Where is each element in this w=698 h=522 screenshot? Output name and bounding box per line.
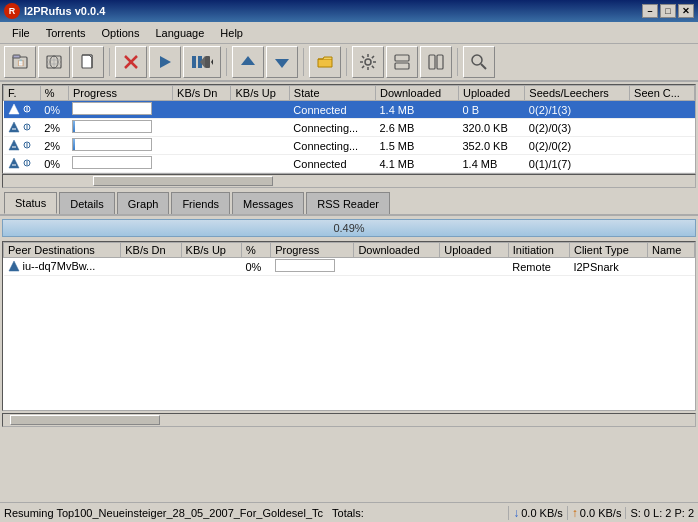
col-header-percent[interactable]: % xyxy=(40,86,68,101)
menu-language[interactable]: Language xyxy=(147,25,212,41)
col-header-seenc[interactable]: Seen C... xyxy=(630,86,695,101)
svg-line-28 xyxy=(481,64,486,69)
peer-col-kbup[interactable]: KB/s Up xyxy=(181,243,241,258)
minimize-button[interactable]: – xyxy=(642,4,658,18)
torrent-row[interactable]: 0% Connected 1.4 MB 0 B 0(2)/1(3) xyxy=(4,101,695,119)
torrent-icon xyxy=(8,121,20,133)
tab-details[interactable]: Details xyxy=(59,192,115,214)
torrent-row[interactable]: 2% Connecting... 1.5 MB 352.0 KB 0(2)/0(… xyxy=(4,137,695,155)
layout-full-btn[interactable] xyxy=(420,46,452,78)
tab-rss-reader[interactable]: RSS Reader xyxy=(306,192,390,214)
peer-col-downloaded[interactable]: Downloaded xyxy=(354,243,440,258)
peer-col-percent[interactable]: % xyxy=(241,243,270,258)
torrent-cell-percent: 0% xyxy=(40,101,68,119)
torrent-icon xyxy=(8,139,20,151)
toolbar-separator-1 xyxy=(109,48,110,76)
layout-split-btn[interactable] xyxy=(386,46,418,78)
torrent-cell-uploaded: 0 B xyxy=(459,101,525,119)
torrent-cell-icon xyxy=(4,155,41,173)
svg-marker-19 xyxy=(211,59,213,65)
svg-rect-25 xyxy=(429,55,435,69)
torrent-table-hscroll[interactable] xyxy=(2,174,696,188)
torrent-cell-seenc xyxy=(630,119,695,137)
torrent-row[interactable]: 2% Connecting... 2.6 MB 320.0 KB 0(2)/0(… xyxy=(4,119,695,137)
col-header-progress[interactable]: Progress xyxy=(68,86,172,101)
title-bar: R I2PRufus v0.0.4 – □ ✕ xyxy=(0,0,698,22)
peer-cell-name xyxy=(648,258,695,276)
upload-arrow-icon: ↑ xyxy=(572,506,578,520)
move-down-btn[interactable] xyxy=(266,46,298,78)
svg-marker-41 xyxy=(9,158,19,168)
open-url-btn[interactable] xyxy=(38,46,70,78)
peer-col-clienttype[interactable]: Client Type xyxy=(569,243,647,258)
settings-btn[interactable] xyxy=(352,46,384,78)
new-btn[interactable] xyxy=(72,46,104,78)
col-header-name[interactable]: F. xyxy=(4,86,41,101)
peer-col-initiation[interactable]: Initiation xyxy=(508,243,569,258)
sub-icon xyxy=(23,159,31,167)
search-btn[interactable] xyxy=(463,46,495,78)
pause-stop-btn[interactable] xyxy=(183,46,221,78)
open-file-btn[interactable]: 📋 xyxy=(4,46,36,78)
torrent-cell-downloaded: 1.4 MB xyxy=(376,101,459,119)
title-bar-left: R I2PRufus v0.0.4 xyxy=(4,3,105,19)
peer-col-progress[interactable]: Progress xyxy=(271,243,354,258)
torrent-table: F. % Progress KB/s Dn KB/s Up State Down… xyxy=(3,85,695,173)
download-arrow-icon: ↓ xyxy=(513,506,519,520)
peer-cell-kbup xyxy=(181,258,241,276)
move-up-btn[interactable] xyxy=(232,46,264,78)
peers-table-area[interactable]: Peer Destinations KB/s Dn KB/s Up % Prog… xyxy=(2,241,696,411)
col-header-seeds[interactable]: Seeds/Leechers xyxy=(525,86,630,101)
menu-torrents[interactable]: Torrents xyxy=(38,25,94,41)
totals-label: Totals: xyxy=(332,507,364,519)
svg-marker-21 xyxy=(275,59,289,68)
torrent-cell-kbdn xyxy=(173,155,231,173)
torrent-icon xyxy=(8,157,20,169)
peer-col-name[interactable]: Name xyxy=(648,243,695,258)
close-button[interactable]: ✕ xyxy=(678,4,694,18)
col-header-state[interactable]: State xyxy=(289,86,375,101)
torrent-icon xyxy=(8,103,20,115)
toolbar-separator-3 xyxy=(303,48,304,76)
tab-bar: Status Details Graph Friends Messages RS… xyxy=(0,188,698,216)
folder-btn[interactable] xyxy=(309,46,341,78)
peer-col-uploaded[interactable]: Uploaded xyxy=(440,243,509,258)
peer-cell-progress xyxy=(271,258,354,276)
peers-hscroll-thumb xyxy=(10,415,160,425)
peers-table-hscroll[interactable] xyxy=(2,413,696,427)
peer-row[interactable]: iu--dq7MvBw... 0% Remote I2PSnark xyxy=(4,258,695,276)
svg-marker-33 xyxy=(9,122,19,132)
toolbar: 📋 xyxy=(0,44,698,82)
tab-graph[interactable]: Graph xyxy=(117,192,170,214)
remove-btn[interactable] xyxy=(115,46,147,78)
svg-point-22 xyxy=(365,59,371,65)
menu-file[interactable]: File xyxy=(4,25,38,41)
layout-full-icon xyxy=(427,53,445,71)
tab-friends[interactable]: Friends xyxy=(171,192,230,214)
torrent-cell-kbup xyxy=(231,101,289,119)
status-bar: Resuming Top100_Neueinsteiger_28_05_2007… xyxy=(0,502,698,522)
status-bar-text: Resuming Top100_Neueinsteiger_28_05_2007… xyxy=(4,507,504,519)
col-header-downloaded[interactable]: Downloaded xyxy=(376,86,459,101)
peer-col-kbdn[interactable]: KB/s Dn xyxy=(121,243,181,258)
torrent-row[interactable]: 0% Connected 4.1 MB 1.4 MB 0(1)/1(7) xyxy=(4,155,695,173)
col-header-kbdn[interactable]: KB/s Dn xyxy=(173,86,231,101)
torrent-table-area[interactable]: F. % Progress KB/s Dn KB/s Up State Down… xyxy=(2,84,696,174)
menu-help[interactable]: Help xyxy=(212,25,251,41)
maximize-button[interactable]: □ xyxy=(660,4,676,18)
col-header-uploaded[interactable]: Uploaded xyxy=(459,86,525,101)
svg-marker-20 xyxy=(241,56,255,65)
menu-options[interactable]: Options xyxy=(93,25,147,41)
torrent-cell-seeds: 0(2)/0(3) xyxy=(525,119,630,137)
folder-icon xyxy=(316,53,334,71)
peer-col-peer[interactable]: Peer Destinations xyxy=(4,243,121,258)
torrent-cell-percent: 2% xyxy=(40,119,68,137)
tab-status[interactable]: Status xyxy=(4,192,57,214)
tab-messages[interactable]: Messages xyxy=(232,192,304,214)
start-btn[interactable] xyxy=(149,46,181,78)
peer-cell-initiation: Remote xyxy=(508,258,569,276)
app-window: R I2PRufus v0.0.4 – □ ✕ File Torrents Op… xyxy=(0,0,698,522)
open-url-icon xyxy=(45,53,63,71)
torrent-cell-seeds: 0(2)/1(3) xyxy=(525,101,630,119)
col-header-kbup[interactable]: KB/s Up xyxy=(231,86,289,101)
